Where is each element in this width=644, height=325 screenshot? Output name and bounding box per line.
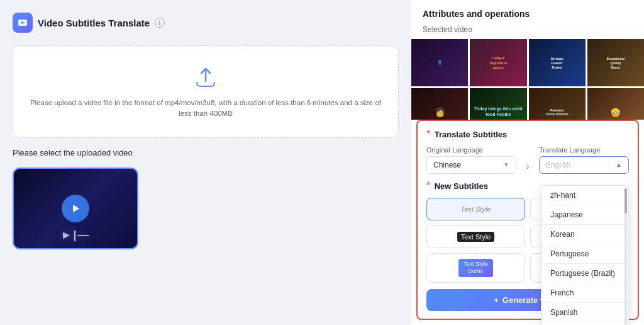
dropdown-item-korean[interactable]: Korean [541,225,628,244]
attributes-header: Attributes and operations [411,0,644,24]
right-panel: Attributes and operations Selected video… [411,0,644,325]
translate-lang-placeholder: English [546,161,570,169]
dropdown-item-portuguese-brazil[interactable]: Portuguese (Brazil) [541,264,628,283]
video-thumb-3[interactable]: Unique Flavor Notes [529,39,586,86]
upload-text: Please upload a video file in the format… [26,98,386,120]
original-lang-value: Chinese [433,161,461,169]
dropdown-item-portuguese[interactable]: Portuguese [541,244,628,264]
translate-subtitles-heading: * Translate Subtitles [426,128,629,140]
arrow-right-icon: › [521,160,534,173]
scrollbar-thumb [625,188,627,214]
style-demo-blue[interactable]: Text StyleDemo [426,253,525,283]
video-thumb-1[interactable]: 👤 [411,39,468,86]
dropdown-item-zh-hant[interactable]: zh-hant [541,186,628,205]
upload-area[interactable]: Please upload a video file in the format… [13,45,399,138]
generate-plus-icon: + [494,295,499,305]
upload-icon [192,64,219,91]
dropdown-item-japanese[interactable]: Japanese [541,205,628,225]
translate-subtitles-label: Translate Subtitles [435,130,508,139]
dropdown-item-arabic[interactable]: Arabic [541,322,628,325]
chevron-down-icon: ▼ [503,161,509,168]
video-thumb-6[interactable]: Today brings this solid food Foodie [470,88,526,120]
translate-lang-col: Translate Language English ▲ zh-hant Jap… [539,146,629,174]
app-header: Video Subtitles Translate ℹ [13,13,399,33]
video-thumb-2[interactable]: Unique Signature Blend [470,39,526,86]
chevron-up-icon: ▲ [616,161,622,168]
video-thumb-5[interactable]: 👩 [411,88,468,120]
video-grid: 👤 Unique Signature Blend Unique Flavor N… [411,39,644,120]
video-thumb-7[interactable]: Premium Cocoa Sources [529,88,586,120]
original-lang-col: Original Language Chinese ▼ [426,146,516,174]
app-title: Video Subtitles Translate [38,18,150,28]
video-section-label: Please select the uploaded video [13,148,399,157]
translate-section: * Translate Subtitles Original Language … [416,120,639,320]
video-thumb-4[interactable]: Exceptional Quality Beans [587,39,644,86]
style-dark-normal[interactable]: Text Style [426,225,525,248]
selected-video-label: Selected video [411,24,644,39]
video-section: Please select the uploaded video [13,148,399,157]
new-subtitles-label: New Subtitles [435,181,488,191]
dropdown-scrollbar[interactable] [625,188,627,325]
app-icon [13,13,33,33]
video-logo-overlay: ►|— [61,229,91,242]
original-lang-label: Original Language [426,146,516,154]
original-language-select[interactable]: Chinese ▼ [426,156,516,174]
video-thumbnail[interactable]: ►|— [13,168,138,249]
left-panel: Video Subtitles Translate ℹ Please uploa… [0,0,411,325]
style-plain[interactable]: Text Style [426,198,525,220]
translate-lang-label: Translate Language [539,146,629,154]
info-icon[interactable]: ℹ [155,18,165,28]
language-dropdown: zh-hant Japanese Korean Portuguese Portu… [541,185,629,325]
video-thumb-8[interactable]: 👴 [587,88,644,120]
language-row: Original Language Chinese ▼ › Translate … [426,146,629,174]
svg-marker-2 [73,205,79,212]
dropdown-item-french[interactable]: French [541,283,628,303]
video-play-icon [62,195,89,222]
dropdown-item-spanish[interactable]: Spanish [541,303,628,322]
translate-language-select[interactable]: English ▲ [539,156,629,174]
